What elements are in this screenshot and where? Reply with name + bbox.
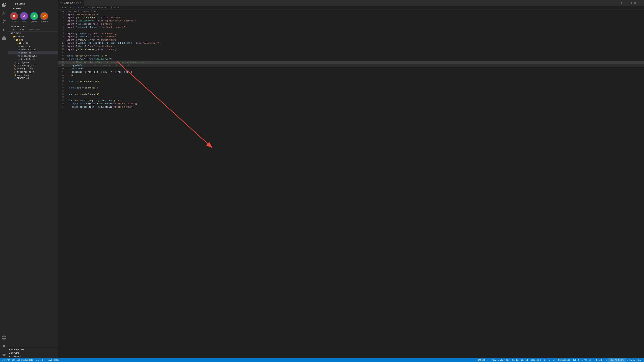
code-line-27: 27: [58, 96, 244, 99]
open-editors-header[interactable]: ▾ OPEN EDITORS: [8, 25, 58, 28]
line-num-21: 21: [58, 77, 66, 80]
avatar-img-jasond: J: [30, 12, 38, 20]
server-folder-name: server: [16, 35, 24, 38]
line-num-8: 8: [58, 35, 66, 38]
code-line-24: 24 const app = express();: [58, 86, 244, 89]
sidebar-options[interactable]: ...: [53, 2, 57, 5]
code-line-16: 16 // These will be defined for both new…: [58, 61, 244, 64]
tree-gitignore[interactable]: ⬡ .gitignore: [8, 61, 58, 64]
code-line-17: 17 typeDefs, You, a year ago • initial c…: [58, 64, 244, 67]
tree-package-json[interactable]: {} package.json: [8, 67, 58, 70]
code-line-28: 28 app.use(async (req: any, res, next) =…: [58, 99, 244, 102]
avatar-circle-benawad: B: [10, 12, 18, 20]
line-num-18: 18: [58, 67, 66, 70]
tree-entity-folder[interactable]: ▶ 📁 entity: [8, 41, 58, 45]
tab-src-badge: src: [76, 2, 79, 4]
line-content-20: });: [66, 73, 244, 77]
folder-entity-icon: 📁: [18, 42, 21, 44]
open-editor-index-ts[interactable]: × TS index.ts server/src: [8, 28, 58, 31]
tree-src-folder[interactable]: ▾ 📁 src: [8, 38, 58, 41]
line-num-30: 30: [58, 105, 66, 109]
code-line-30: 30 const accessToken = req.cookies["acce…: [58, 105, 244, 109]
avatar-circle-brandie: Br: [40, 12, 48, 20]
avatar-item-amber[interactable]: A amber: [20, 12, 28, 23]
code-line-11: 11 import { User } from "./entity/User";: [58, 45, 244, 48]
ts-icon: TS: [18, 49, 20, 51]
breadcrumb: server › src › TS index.ts › ⓔ startServ…: [58, 6, 244, 9]
avatar-item-jasond[interactable]: J jasond: [30, 12, 38, 23]
code-line-3: 3 import { ApolloServer } from "apollo-s…: [58, 19, 244, 22]
lock-icon: 🔒: [14, 74, 16, 76]
line-content-1: import "reflect-metadata";: [66, 13, 244, 16]
breadcrumb-server2[interactable]: server: [113, 6, 120, 9]
activity-explorer[interactable]: [0, 1, 8, 9]
auth-ts-name: auth.ts: [21, 45, 30, 48]
line-num-7: 7: [58, 32, 66, 35]
line-content-16: // These will be defined for both new or…: [66, 61, 244, 64]
blame-text: You, a year ago | 1 author (You): [60, 10, 96, 12]
stories-avatars: B benawad A amber J jasond Br bra: [8, 11, 58, 23]
line-num-16: 16: [58, 61, 66, 64]
activity-run[interactable]: [0, 26, 8, 34]
code-line-10: 10 import { ACCESS_TOKEN_SECRET, REFRESH…: [58, 41, 244, 45]
line-content-12: import { createTokens } from "./auth";: [66, 48, 244, 51]
tree-yarn-lock[interactable]: 🔒 yarn.lock: [8, 73, 58, 77]
package-json-name: package.json: [17, 67, 33, 70]
breadcrumb-index-ts[interactable]: index.ts: [80, 6, 89, 9]
activity-source-control[interactable]: [0, 17, 8, 25]
git-icon: ⬡: [14, 61, 16, 63]
line-content-15: const server = new ApolloServer({: [66, 57, 244, 61]
breadcrumb-src[interactable]: src: [70, 6, 74, 9]
activity-extensions[interactable]: [0, 34, 8, 42]
line-content-19: context: ({ req, res }: any) => ({ req, …: [66, 70, 244, 73]
tab-index-ts[interactable]: TS index.ts src ×: [58, 0, 84, 6]
tab-close-btn[interactable]: ×: [80, 2, 81, 4]
tree-auth-ts[interactable]: TS auth.ts: [8, 45, 58, 48]
tree-constants-ts[interactable]: TS constants.ts: [8, 48, 58, 51]
editor-close-btn[interactable]: ×: [13, 29, 14, 31]
line-content-9: import { verify } from "jsonwebtoken";: [66, 38, 244, 41]
line-num-20: 20: [58, 73, 66, 77]
tree-resolvers-ts[interactable]: TS resolvers.ts: [8, 54, 58, 58]
yarn-lock-name: yarn.lock: [17, 74, 29, 76]
tab-bar: TS index.ts src × ⊞ ← → ± ⊟ ···: [58, 0, 244, 6]
line-num-23: 23: [58, 83, 66, 86]
code-line-12: 12 import { createTokens } from "./auth"…: [58, 48, 244, 51]
ts-icon: TS: [18, 45, 20, 48]
tree-index-ts[interactable]: TS index.ts: [8, 51, 58, 54]
line-num-24: 24: [58, 86, 66, 89]
code-line-2: 2 import { createConnection } from "type…: [58, 16, 244, 19]
stories-header[interactable]: ▾ STORIES: [8, 7, 58, 11]
breadcrumb-e1: ⓔ: [92, 6, 94, 9]
sidebar: EXPLORER ... ▾ STORIES B benawad A amber: [8, 0, 58, 139]
jwt-auth-header[interactable]: ▾ JWT-AUTH: [8, 31, 58, 35]
avatar-circle-jasond: J: [30, 12, 38, 20]
gitignore-name: .gitignore: [16, 61, 30, 64]
tree-readme[interactable]: M↓ README.md: [8, 77, 58, 80]
code-line-13: 13: [58, 51, 244, 54]
breadcrumb-startserver[interactable]: startServer: [94, 6, 108, 9]
ts-icon: TS: [14, 29, 17, 31]
code-line-5: 5 import * as cookieParser from "cookie-…: [58, 26, 244, 29]
code-line-23: 23: [58, 83, 244, 86]
line-content-10: import { ACCESS_TOKEN_SECRET, REFRESH_TO…: [66, 41, 244, 45]
line-content-29: const refreshToken = req.cookies["refres…: [66, 102, 244, 105]
activity-search[interactable]: [0, 9, 8, 17]
line-content-8: import { resolvers } from "./resolvers";: [66, 35, 244, 38]
breadcrumb-server[interactable]: server: [60, 6, 68, 9]
tree-typedefs-ts[interactable]: TS typeDefs.ts: [8, 58, 58, 61]
tree-tsconfig[interactable]: {} tsconfig.json: [8, 70, 58, 73]
tree-server-folder[interactable]: ▾ 📁 server: [8, 35, 58, 38]
open-editors-title: OPEN EDITORS: [11, 25, 26, 27]
code-line-7: 7 import { typeDefs } from "./typeDefs";: [58, 32, 244, 35]
src-arrow: ▾: [14, 39, 15, 41]
md-icon: M↓: [14, 77, 16, 79]
tree-ormconfig[interactable]: {} ormconfig.json: [8, 64, 58, 67]
avatar-item-benawad[interactable]: B benawad: [10, 12, 18, 23]
line-content-2: import { createConnection } from "typeor…: [66, 16, 244, 19]
breadcrumb-e2: ⓔ: [110, 6, 112, 9]
folder-src-icon: 📁: [16, 38, 18, 41]
code-container[interactable]: 1 import "reflect-metadata"; 2 import { …: [58, 13, 244, 139]
avatar-item-brandie[interactable]: Br brandie: [40, 12, 48, 23]
line-content-26: app.use(cookieParser());: [66, 93, 244, 96]
